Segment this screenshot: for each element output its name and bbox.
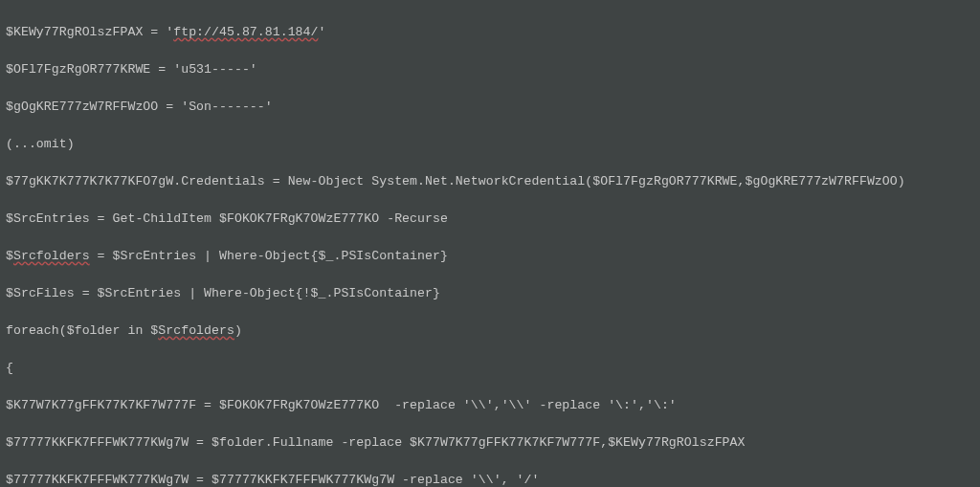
code-line: $K77W7K77gFFK77K7KF7W777F = $FOKOK7FRgK7… — [6, 396, 974, 415]
code-line: $gOgKRE777zW7RFFWzOO = 'Son-------' — [6, 98, 974, 117]
var-srcfolders: Srcfolders — [158, 323, 234, 338]
code-editor: $KEWy77RgROlszFPAX = 'ftp://45.87.81.184… — [0, 0, 980, 487]
code-line: $SrcEntries = Get-ChildItem $FOKOK7FRgK7… — [6, 210, 974, 229]
code-line: $OFl7FgzRgOR777KRWE = 'u531-----' — [6, 60, 974, 79]
url-literal: ftp://45.87.81.184/ — [173, 25, 318, 39]
code-line: $SrcFiles = $SrcEntries | Where-Object{!… — [6, 284, 974, 303]
code-line: $77777KKFK7FFFWK777KWg7W = $folder.Fulln… — [6, 433, 974, 453]
code-line: { — [6, 359, 974, 378]
code-line: foreach($folder in $Srcfolders) — [6, 321, 974, 341]
code-line: $KEWy77RgROlszFPAX = 'ftp://45.87.81.184… — [6, 23, 974, 42]
code-line: (...omit) — [6, 135, 974, 154]
code-line: $Srcfolders = $SrcEntries | Where-Object… — [6, 247, 974, 266]
var-srcfolders: Srcfolders — [13, 249, 90, 263]
code-line: $77777KKFK7FFFWK777KWg7W = $77777KKFK7FF… — [6, 471, 974, 488]
code-line: $77gKK7K777K7K77KFO7gW.Credentials = New… — [6, 172, 974, 191]
